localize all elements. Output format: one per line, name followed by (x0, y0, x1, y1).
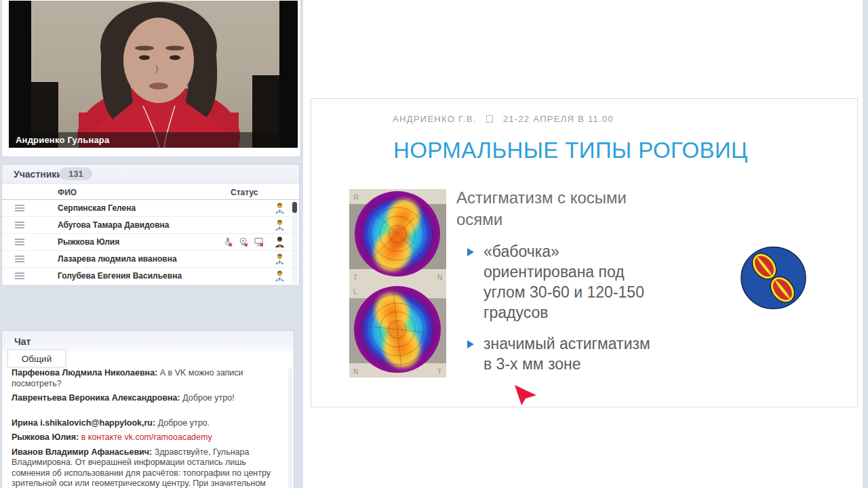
chat-message: Ирина i.shikalovich@happylook,ru: Доброе… (12, 418, 281, 429)
topography-maps: R T N L N T (349, 189, 446, 378)
participant-name: Рыжкова Юлия (58, 237, 119, 247)
participant-row[interactable]: Рыжкова Юлия (2, 234, 299, 251)
mic-off-icon (222, 237, 233, 247)
slide-bullet: «бабочка» ориентирована под углом 30-60 … (467, 241, 680, 323)
speaker-name-label: Андриенко Гульнара (9, 132, 298, 148)
topography-map-left-eye: L N T (349, 283, 446, 378)
participant-name: Абугова Тамара Давидовна (58, 220, 170, 230)
screen-share-off-icon (254, 237, 264, 247)
chat-message: Лаврентьева Вероника Александровна: Добр… (12, 393, 281, 404)
chat-message: Рыжкова Юлия: в контакте vk.com/ramooaca… (12, 432, 281, 443)
laser-pointer-cursor (513, 385, 538, 407)
participant-avatar (274, 219, 285, 234)
svg-text:N: N (353, 368, 358, 375)
drag-handle-icon[interactable] (15, 239, 24, 245)
chat-tab-general[interactable]: Общий (7, 350, 66, 367)
participant-avatar (274, 202, 285, 217)
slide-text-block: Астигматизм с косыми осями «бабочка» ори… (456, 187, 680, 374)
column-status: Статус (231, 188, 258, 197)
butterfly-pattern-icon (740, 245, 807, 310)
column-name: ФИО (58, 188, 77, 197)
participants-header: Участники 131 (2, 165, 299, 184)
participants-column-headers: ФИО Статус (2, 184, 299, 200)
scrollbar-thumb[interactable] (292, 202, 297, 213)
bullet-triangle-icon (467, 340, 474, 348)
svg-text:L: L (353, 287, 357, 296)
chat-author: Иванов Владимир Афанасьевич: (12, 447, 152, 457)
placeholder-square-icon (486, 115, 493, 123)
svg-text:T: T (353, 274, 357, 281)
participant-name: Лазарева людмила ивановна (58, 254, 177, 264)
svg-text:N: N (437, 274, 442, 281)
participant-avatar (274, 270, 285, 285)
camera-off-icon (238, 237, 249, 247)
slide-presenter: АНДРИЕНКО Г.В. (393, 114, 477, 124)
drag-handle-icon[interactable] (15, 222, 24, 228)
speaker-image (31, 1, 279, 148)
participant-avatar (274, 253, 285, 268)
topography-map-right-eye: R T N (349, 189, 446, 283)
svg-text:R: R (353, 193, 359, 201)
slide: АНДРИЕНКО Г.В. 21-22 АПРЕЛЯ В 11.00 НОРМ… (311, 98, 858, 407)
participant-name: Голубева Евгения Васильевна (58, 271, 182, 281)
participant-status-icons (222, 237, 264, 247)
slide-title: НОРМАЛЬНЫЕ ТИПЫ РОГОВИЦ (393, 138, 748, 163)
participants-title: Участники (14, 169, 62, 180)
chat-panel: Чат Общий Парфенова Людмила Николаевна: … (1, 330, 294, 488)
speaker-video-panel: Андриенко Гульнара (1, 0, 301, 157)
chat-text: Доброе утро. (158, 418, 210, 428)
participant-row[interactable]: Лазарева людмила ивановна (2, 251, 299, 268)
participant-row[interactable]: Голубева Евгения Васильевна (2, 268, 299, 285)
chat-scrollbar[interactable] (288, 368, 292, 488)
video-frame: Андриенко Гульнара (9, 1, 298, 148)
chat-link[interactable]: в контакте vk.com/ramooacademy (81, 432, 212, 442)
participant-row[interactable]: Серпинская Гелена (2, 200, 299, 217)
slide-schedule: 21-22 АПРЕЛЯ В 11.00 (503, 114, 614, 124)
bullet-triangle-icon (467, 248, 474, 256)
chat-header: Чат (2, 331, 294, 351)
chat-text: Доброе утро! (182, 393, 234, 403)
chat-author: Ирина i.shikalovich@happylook,ru: (12, 418, 155, 428)
slide-bullet: значимый астигматизм в 3-х мм зоне (467, 333, 680, 374)
participants-scrollbar[interactable] (292, 201, 297, 284)
drag-handle-icon[interactable] (15, 272, 24, 279)
svg-text:T: T (437, 368, 441, 375)
participants-panel: Участники 131 ФИО Статус Серпинская Геле… (1, 164, 300, 286)
drag-handle-icon[interactable] (15, 205, 24, 211)
participants-count-badge: 131 (60, 167, 92, 180)
chat-message: Парфенова Людмила Николаевна: А в VK мож… (12, 368, 281, 389)
presentation-area: АНДРИЕНКО Г.В. 21-22 АПРЕЛЯ В 11.00 НОРМ… (303, 0, 863, 488)
chat-author: Парфенова Людмила Николаевна: (12, 368, 157, 378)
slide-header: АНДРИЕНКО Г.В. 21-22 АПРЕЛЯ В 11.00 (393, 114, 614, 124)
chat-author: Рыжкова Юлия: (12, 432, 79, 442)
drag-handle-icon[interactable] (15, 256, 24, 262)
chat-author: Лаврентьева Вероника Александровна: (12, 393, 180, 403)
chat-messages: Парфенова Людмила Николаевна: А в VK мож… (12, 368, 281, 488)
chat-message: Иванов Владимир Афанасьевич: Здравствуйт… (12, 447, 281, 488)
participant-row[interactable]: Абугова Тамара Давидовна (2, 217, 299, 234)
participant-avatar-moderator (274, 236, 285, 251)
slide-subtitle: Астигматизм с косыми осями (456, 187, 660, 230)
participant-name: Серпинская Гелена (58, 203, 136, 213)
chat-title: Чат (14, 336, 31, 347)
